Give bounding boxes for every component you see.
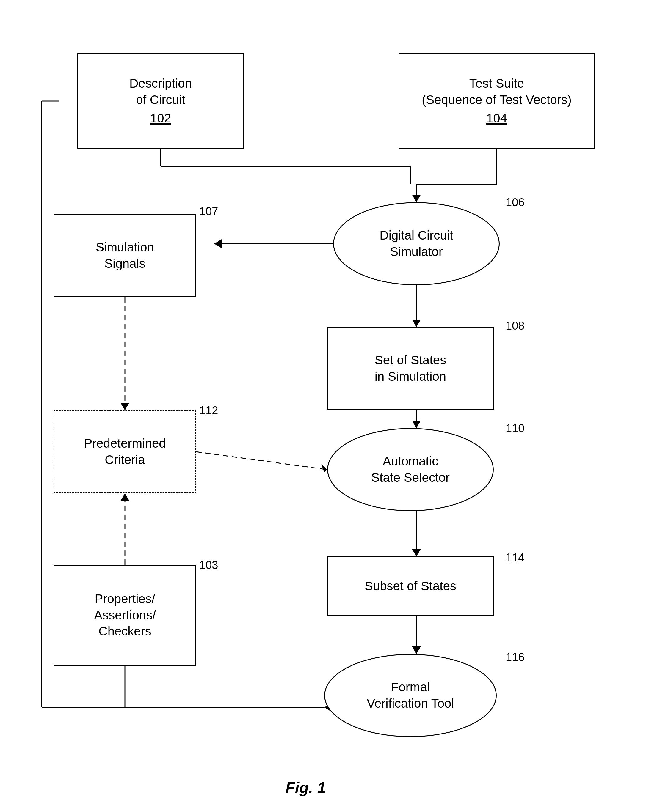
svg-line-13 <box>196 452 327 470</box>
test-suite-number: 104 <box>422 110 571 127</box>
circuit-description-number: 102 <box>129 110 192 127</box>
set-of-states-box: Set of States in Simulation <box>327 327 494 410</box>
diagram-container: Description of Circuit 102 Test Suite (S… <box>0 0 657 812</box>
svg-marker-16 <box>412 421 421 428</box>
set-of-states-label: Set of States in Simulation <box>375 352 446 385</box>
predetermined-criteria-box: Predetermined Criteria <box>53 410 196 494</box>
label-114: 114 <box>506 551 524 564</box>
test-suite-box: Test Suite (Sequence of Test Vectors) 10… <box>399 53 595 149</box>
svg-marker-18 <box>412 549 421 556</box>
svg-marker-12 <box>120 403 129 410</box>
subset-of-states-box: Subset of States <box>327 556 494 616</box>
digital-circuit-simulator-label: Digital Circuit Simulator <box>380 227 453 260</box>
label-107: 107 <box>199 205 218 218</box>
digital-circuit-simulator-ellipse: Digital Circuit Simulator <box>333 202 500 285</box>
simulation-signals-box: Simulation Signals <box>53 214 196 297</box>
circuit-description-label: Description of Circuit <box>129 76 192 108</box>
properties-label: Properties/ Assertions/ Checkers <box>94 591 156 640</box>
figure-label: Fig. 1 <box>285 779 326 796</box>
automatic-state-selector-label: Automatic State Selector <box>371 453 450 486</box>
svg-marker-3 <box>412 195 421 202</box>
simulation-signals-label: Simulation Signals <box>96 239 154 272</box>
test-suite-label: Test Suite (Sequence of Test Vectors) <box>422 76 571 108</box>
svg-marker-8 <box>214 239 221 248</box>
svg-marker-22 <box>120 494 129 501</box>
label-112: 112 <box>199 404 218 417</box>
subset-of-states-label: Subset of States <box>364 578 456 595</box>
label-116: 116 <box>506 651 524 664</box>
formal-verification-tool-ellipse: Formal Verification Tool <box>324 654 497 737</box>
predetermined-criteria-label: Predetermined Criteria <box>84 435 166 468</box>
circuit-description-box: Description of Circuit 102 <box>77 53 244 149</box>
svg-marker-10 <box>412 320 421 327</box>
label-106: 106 <box>506 196 524 209</box>
properties-box: Properties/ Assertions/ Checkers <box>53 565 196 666</box>
svg-marker-14 <box>321 464 327 473</box>
formal-verification-tool-label: Formal Verification Tool <box>367 679 454 711</box>
svg-marker-20 <box>412 646 421 654</box>
label-108: 108 <box>506 320 524 332</box>
label-110: 110 <box>506 422 524 435</box>
automatic-state-selector-ellipse: Automatic State Selector <box>327 428 494 511</box>
label-103: 103 <box>199 559 218 571</box>
